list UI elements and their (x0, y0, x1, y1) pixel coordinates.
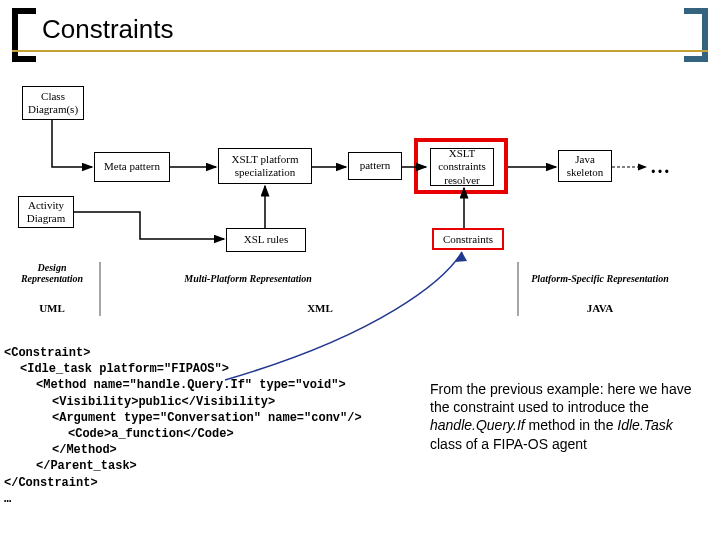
explain-method: handle.Query.If (430, 417, 525, 433)
code-line: </Parent_task> (4, 458, 414, 474)
node-xsl-rules: XSL rules (226, 228, 306, 252)
code-line: <Idle_task platform="FIPAOS"> (4, 361, 414, 377)
code-line: <Method name="handle.Query.If" type="voi… (4, 377, 414, 393)
node-xslt-platform-spec: XSLT platform specialization (218, 148, 312, 184)
label-design-rep: Design Representation (12, 262, 92, 284)
explain-t5: class of a FIPA-OS agent (430, 436, 587, 452)
ellipsis-icon: … (650, 155, 670, 178)
node-activity-diagram: Activity Diagram (18, 196, 74, 228)
label-multi-platform-rep: Multi-Platform Representation (148, 273, 348, 284)
explain-t3: method in the (525, 417, 618, 433)
node-meta-pattern: Meta pattern (94, 152, 170, 182)
code-line: </Constraint> (4, 475, 414, 491)
code-line: … (4, 491, 414, 507)
explain-t1: From the previous example: here we have … (430, 381, 691, 415)
code-line: <Argument type="Conversation" name="conv… (4, 410, 414, 426)
label-uml: UML (32, 302, 72, 314)
explain-class: Idle.Task (617, 417, 673, 433)
label-xml: XML (300, 302, 340, 314)
bracket-right (684, 8, 708, 62)
code-line: <Constraint> (4, 345, 414, 361)
code-line: </Method> (4, 442, 414, 458)
node-constraints: Constraints (432, 228, 504, 250)
node-class-diagram: Class Diagram(s) (22, 86, 84, 120)
title-area: Constraints (12, 8, 708, 62)
svg-marker-9 (455, 252, 467, 262)
code-block: <Constraint> <Idle_task platform="FIPAOS… (4, 345, 414, 507)
title-underline (12, 50, 708, 52)
label-platform-specific-rep: Platform-Specific Representation (510, 273, 690, 284)
explanation-text: From the previous example: here we have … (430, 380, 700, 453)
code-line: <Code>a_function</Code> (4, 426, 414, 442)
node-pattern: pattern (348, 152, 402, 180)
bracket-left (12, 8, 36, 62)
node-xslt-constraints-resolver: XSLT constraints resolver (430, 148, 494, 186)
node-java-skeleton: Java skeleton (558, 150, 612, 182)
label-java: JAVA (580, 302, 620, 314)
code-line: <Visibility>public</Visibility> (4, 394, 414, 410)
page-title: Constraints (42, 14, 174, 45)
